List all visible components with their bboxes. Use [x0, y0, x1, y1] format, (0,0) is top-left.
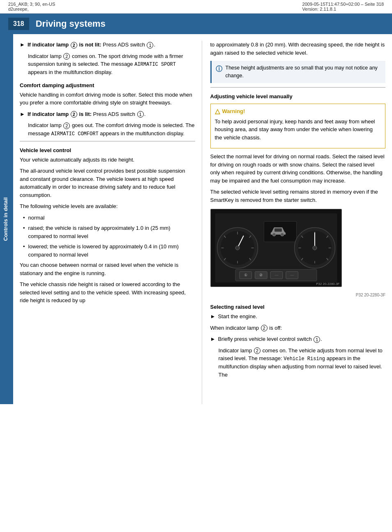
circle-2f: 2 — [254, 347, 261, 354]
sidebar-label: Controls in detail — [0, 34, 13, 404]
info-icon: ⓘ — [216, 64, 222, 80]
airmatic-comfort-mono: AIRMATIC COMFORT — [51, 131, 98, 137]
bullet-raised: • raised; the vehicle is raised by appro… — [20, 224, 195, 240]
dot-icon-2: • — [23, 224, 25, 240]
airmatic-sport-mono: AIRMATIC SPORT — [134, 62, 176, 67]
vehicle-rising-mono: Vehicle Rising — [284, 356, 325, 362]
circle-2c: 2 — [71, 111, 77, 118]
dashboard-image: ① ② — — P32 20-2280-3F — [210, 209, 342, 287]
vehicle-level-desc5: The vehicle chassis ride height is raise… — [20, 280, 195, 305]
briefly-press-block: ► Briefly press vehicle level control sw… — [210, 335, 386, 343]
page-header: 318 Driving systems — [0, 14, 392, 34]
dot-icon-3: • — [23, 243, 25, 259]
bullet-normal-text: normal — [28, 214, 45, 222]
indicator-lit-desc-p: Indicator lamp 2 goes out. The comfort d… — [28, 121, 195, 138]
stored-text: The selected vehicle level setting remai… — [210, 188, 386, 204]
circle-1b: 1 — [137, 111, 144, 118]
indicator-lit-strong: If indicator lamp 2 is lit: — [28, 111, 92, 117]
indicator-not-lit-text: If indicator lamp 2 is not lit: Press AD… — [28, 41, 155, 49]
arrow-icon-2: ► — [20, 110, 25, 118]
indicator-on-desc: Indicator lamp 2 comes on. The vehicle a… — [210, 347, 386, 379]
arrow-icon-4: ► — [210, 335, 216, 343]
warning-title-row: △ Warning! — [215, 107, 381, 115]
svg-text:②: ② — [259, 273, 263, 277]
warning-box: △ Warning! To help avoid personal injury… — [210, 104, 386, 149]
when-indicator-text: When indicator lamp 2 is off: — [210, 324, 386, 332]
arrow-icon: ► — [20, 41, 25, 49]
vehicle-level-desc2: The all-around vehicle level control pro… — [20, 167, 195, 199]
content-area: ► If indicator lamp 2 is not lit: Press … — [13, 34, 392, 404]
bullet-normal: • normal — [20, 214, 195, 222]
svg-point-30 — [313, 246, 317, 250]
svg-text:P32 20-2280-3F: P32 20-2280-3F — [316, 282, 339, 286]
continued-text: to approximately 0.8 in (20 mm). With de… — [210, 41, 386, 57]
vehicle-level-desc1: Your vehicle automatically adjusts its r… — [20, 156, 195, 164]
circle-2e: 2 — [261, 325, 267, 331]
bullet-lowered-text: lowered; the vehicle is lowered by appro… — [28, 243, 195, 259]
meta-left: 216_AKB; 3; 90, en-USd2ureepe, — [8, 2, 55, 12]
svg-rect-18 — [274, 229, 282, 232]
circle-1a: 1 — [147, 42, 153, 49]
info-text: These height adjustments are so small th… — [226, 64, 382, 80]
circle-2d: 2 — [63, 123, 70, 129]
indicator-not-lit-strong: If indicator lamp 2 is not lit: — [28, 42, 101, 48]
right-column: to approximately 0.8 in (20 mm). With de… — [202, 41, 392, 404]
indicator-on-text: Indicator lamp 2 comes on. The vehicle a… — [219, 347, 386, 379]
svg-point-16 — [272, 233, 276, 236]
divider-1 — [20, 141, 195, 141]
normal-roads-text: Select the normal level for driving on n… — [210, 153, 386, 185]
indicator-not-lit-desc: Indicator lamp 2 comes on. The sport dri… — [20, 52, 195, 76]
indicator-lit-desc: Indicator lamp 2 goes out. The comfort d… — [20, 121, 195, 138]
warning-title-text: Warning! — [222, 108, 245, 114]
comfort-title: Comfort damping adjustment — [20, 82, 195, 88]
warning-icon: △ — [215, 107, 220, 115]
arrow-icon-3: ► — [210, 312, 216, 321]
svg-point-13 — [235, 246, 240, 250]
dashboard-svg: ① ② — — P32 20-2280-3F — [211, 209, 341, 287]
svg-text:①: ① — [244, 273, 247, 277]
circle-2b: 2 — [63, 53, 70, 60]
meta-right: 2009-05-15T11:47:50+02:00 – Seite 318Ver… — [302, 2, 384, 12]
svg-text:—: — — [290, 273, 294, 277]
adjusting-title: Adjusting vehicle level manually — [210, 93, 386, 99]
start-engine-block: ► Start the engine. — [210, 312, 386, 321]
circle-2a: 2 — [71, 42, 77, 49]
main-content: Controls in detail ► If indicator lamp 2… — [0, 34, 392, 404]
meta-header: 216_AKB; 3; 90, en-USd2ureepe, 2009-05-1… — [0, 0, 392, 14]
indicator-lit-text: If indicator lamp 2 is lit: Press ADS sw… — [28, 110, 145, 118]
image-caption: P32 20-2280-3F — [210, 292, 386, 298]
indicator-not-lit-desc-p: Indicator lamp 2 comes on. The sport dri… — [28, 52, 195, 76]
selecting-raised-title: Selecting raised level — [210, 304, 386, 310]
dot-icon-1: • — [23, 214, 25, 222]
circle-1c: 1 — [314, 336, 320, 343]
vehicle-level-desc3: The following vehicle levels are availab… — [20, 202, 195, 210]
bullet-raised-text: raised; the vehicle is raised by approxi… — [28, 224, 195, 240]
svg-point-17 — [280, 233, 284, 236]
bullet-lowered: • lowered; the vehicle is lowered by app… — [20, 243, 195, 259]
page-number: 318 — [8, 18, 29, 30]
divider-2 — [210, 87, 386, 88]
info-box: ⓘ These height adjustments are so small … — [210, 61, 386, 83]
vehicle-level-title: Vehicle level control — [20, 147, 195, 153]
briefly-press-text: Briefly press vehicle level control swit… — [218, 335, 322, 343]
warning-text: To help avoid personal injury, keep hand… — [215, 118, 381, 142]
indicator-lit-block: ► If indicator lamp 2 is lit: Press ADS … — [20, 110, 195, 118]
indicator-not-lit-block: ► If indicator lamp 2 is not lit: Press … — [20, 41, 195, 49]
vehicle-level-desc4: You can choose between normal or raised … — [20, 261, 195, 277]
svg-text:—: — — [274, 273, 278, 277]
page-title: Driving systems — [36, 19, 106, 29]
start-engine-text: Start the engine. — [218, 312, 257, 321]
left-column: ► If indicator lamp 2 is not lit: Press … — [13, 41, 202, 404]
comfort-desc: Vehicle handling in comfort driving mode… — [20, 91, 195, 107]
